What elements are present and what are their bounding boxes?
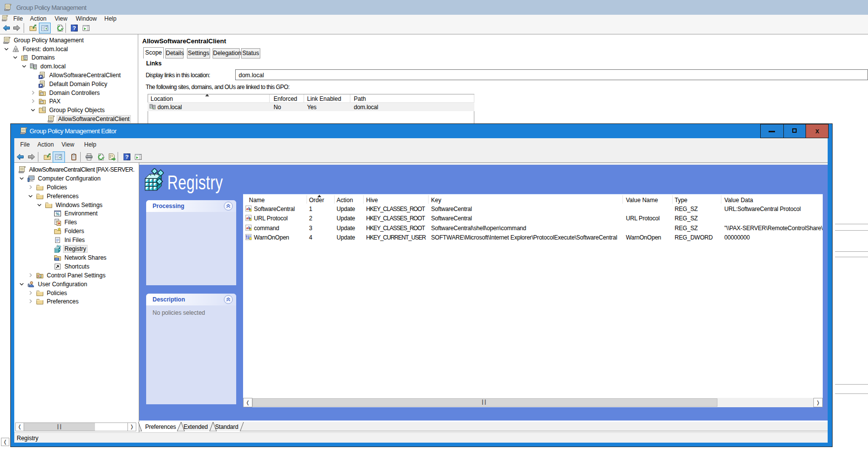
svg-text:Preferences: Preferences: [145, 423, 176, 430]
svg-text:Extended: Extended: [184, 423, 208, 430]
svg-text:Standard: Standard: [215, 423, 238, 430]
